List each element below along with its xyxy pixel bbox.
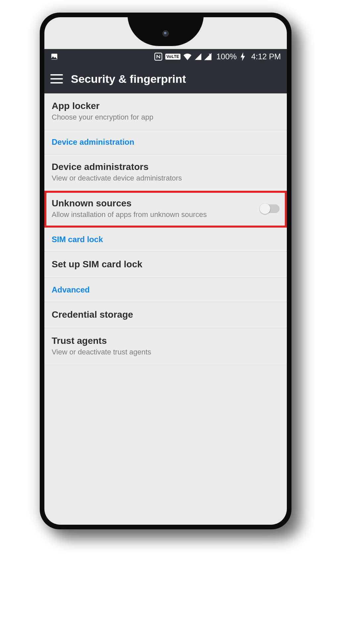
row-trust-agents[interactable]: Trust agents View or deactivate trust ag… bbox=[44, 328, 287, 365]
menu-button[interactable] bbox=[50, 74, 63, 83]
charging-icon bbox=[240, 52, 245, 61]
row-device-administrators[interactable]: Device administrators View or deactivate… bbox=[44, 154, 287, 191]
app-bar: Security & fingerprint bbox=[44, 64, 287, 93]
battery-text: 100% bbox=[216, 52, 236, 61]
front-camera-icon bbox=[162, 30, 169, 37]
phone-screen: VoLTE 100% 4:12 PM bbox=[44, 17, 287, 525]
signal-1-icon bbox=[194, 53, 202, 60]
row-sim-setup[interactable]: Set up SIM card lock bbox=[44, 252, 287, 278]
unknown-sources-toggle[interactable] bbox=[260, 204, 280, 213]
row-app-locker[interactable]: App locker Choose your encryption for ap… bbox=[44, 93, 287, 130]
section-advanced: Advanced bbox=[44, 278, 287, 302]
clock-text: 4:12 PM bbox=[251, 52, 281, 61]
row-subtitle: View or deactivate trust agents bbox=[52, 347, 280, 357]
gallery-icon bbox=[50, 53, 58, 61]
settings-list[interactable]: App locker Choose your encryption for ap… bbox=[44, 93, 287, 364]
wifi-icon bbox=[183, 53, 192, 60]
section-title: SIM card lock bbox=[52, 235, 280, 244]
volte-icon: VoLTE bbox=[165, 54, 181, 60]
row-subtitle: View or deactivate device administrators bbox=[52, 174, 280, 183]
row-unknown-sources[interactable]: Unknown sources Allow installation of ap… bbox=[44, 191, 287, 228]
section-title: Advanced bbox=[52, 285, 280, 294]
row-title: App locker bbox=[52, 101, 280, 111]
row-subtitle: Choose your encryption for app bbox=[52, 113, 280, 122]
phone-frame: VoLTE 100% 4:12 PM bbox=[40, 13, 291, 529]
row-title: Device administrators bbox=[52, 162, 280, 172]
section-device-administration: Device administration bbox=[44, 130, 287, 154]
phone-notch bbox=[128, 17, 204, 46]
row-title: Credential storage bbox=[52, 309, 280, 320]
section-sim-card-lock: SIM card lock bbox=[44, 228, 287, 252]
page-title: Security & fingerprint bbox=[71, 73, 186, 85]
row-subtitle: Allow installation of apps from unknown … bbox=[52, 210, 255, 219]
row-title: Set up SIM card lock bbox=[52, 259, 280, 270]
row-credential-storage[interactable]: Credential storage bbox=[44, 302, 287, 328]
signal-2-no-service-icon bbox=[204, 53, 212, 60]
nfc-icon bbox=[154, 52, 163, 61]
row-title: Trust agents bbox=[52, 336, 280, 346]
status-bar: VoLTE 100% 4:12 PM bbox=[44, 49, 287, 64]
row-title: Unknown sources bbox=[52, 198, 255, 209]
section-title: Device administration bbox=[52, 137, 280, 147]
